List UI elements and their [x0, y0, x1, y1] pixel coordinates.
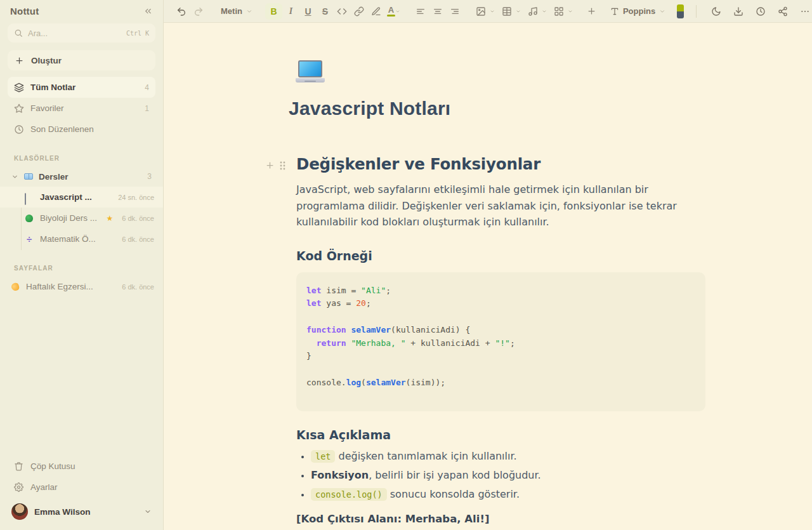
- chevron-down-icon: [568, 9, 573, 14]
- gear-icon: [14, 482, 23, 492]
- strikethrough-button[interactable]: S: [317, 3, 334, 20]
- chevron-down-icon: [542, 9, 547, 14]
- insert-media-button[interactable]: [525, 3, 542, 20]
- moon-icon: [711, 6, 721, 17]
- search-input[interactable]: [28, 29, 121, 38]
- link-button[interactable]: [351, 3, 368, 20]
- note-label: Biyoloji Ders ...: [40, 213, 97, 223]
- trash-icon: [14, 461, 23, 471]
- list-item[interactable]: console.log() sonucu konsolda gösterir.: [311, 488, 705, 501]
- sidebar-collapse-button[interactable]: [143, 6, 153, 16]
- download-button[interactable]: [730, 3, 747, 20]
- align-left-button[interactable]: [412, 3, 429, 20]
- note-time: 6 dk. önce: [122, 235, 154, 243]
- editor-content: Javascript Notları Değişkenler ve Fonksi…: [164, 23, 812, 530]
- underline-label: U: [304, 6, 311, 17]
- pages-section-label: SAYFALAR: [14, 265, 149, 272]
- code-output-placeholder[interactable]: [Kod Çıktısı Alanı: Merhaba, Ali!]: [296, 513, 705, 525]
- add-block-gutter-button[interactable]: [265, 161, 275, 170]
- section-heading[interactable]: Değişkenler ve Fonksiyonlar: [296, 155, 705, 173]
- page-time: 6 dk. önce: [122, 283, 154, 291]
- flex-arm-emoji-icon: [10, 282, 20, 291]
- list-item-text: , belirli bir işi yapan kod bloğudur.: [369, 469, 541, 481]
- nav-label: Favoriler: [30, 103, 64, 113]
- align-right-button[interactable]: [447, 3, 464, 20]
- note-item-javascript[interactable]: Javascript ... 24 sn. önce: [0, 187, 163, 208]
- paragraph[interactable]: JavaScript, web sayfalarını etkileşimli …: [296, 182, 705, 230]
- open-book-emoji-icon: [23, 172, 34, 181]
- undo-icon: [176, 6, 187, 17]
- settings-label: Ayarlar: [30, 482, 58, 492]
- insert-table-control[interactable]: [499, 3, 521, 20]
- nav-count: 1: [145, 104, 149, 113]
- chevron-down-icon: [659, 8, 665, 15]
- trash-label: Çöp Kutusu: [30, 461, 75, 471]
- favorite-star-icon: ★: [106, 215, 113, 222]
- link-icon: [354, 6, 364, 17]
- note-title[interactable]: Javascript Notları: [289, 98, 705, 119]
- share-button[interactable]: [775, 3, 791, 20]
- align-center-icon: [433, 6, 443, 17]
- dark-mode-button[interactable]: [708, 3, 724, 20]
- user-name: Emma Wilson: [34, 507, 90, 517]
- history-button[interactable]: [752, 3, 769, 20]
- plus-icon: [265, 161, 275, 170]
- chevron-down-icon: [11, 173, 18, 180]
- more-options-button[interactable]: [797, 3, 812, 20]
- code-heading[interactable]: Kod Örneği: [296, 249, 705, 263]
- sidebar-item-trash[interactable]: Çöp Kutusu: [8, 456, 155, 477]
- add-block-button[interactable]: [583, 3, 600, 20]
- insert-image-control[interactable]: [473, 3, 495, 20]
- code-block[interactable]: let isim = "Ali";let yas = 20; function …: [296, 272, 705, 411]
- create-button[interactable]: Oluştur: [8, 50, 155, 70]
- folder-item-dersler[interactable]: Dersler 3: [8, 166, 155, 187]
- redo-button[interactable]: [190, 3, 207, 20]
- list-item[interactable]: let değişken tanımlamak için kullanılır.: [311, 450, 705, 463]
- insert-blocks-button[interactable]: [551, 3, 568, 20]
- text-color-button[interactable]: A: [385, 3, 402, 20]
- chevron-down-icon: [395, 9, 400, 14]
- summary-heading[interactable]: Kısa Açıklama: [296, 428, 705, 442]
- bold-button[interactable]: B: [265, 3, 282, 20]
- chevron-down-icon: [516, 9, 521, 14]
- user-menu[interactable]: Emma Wilson: [8, 498, 155, 530]
- laptop-emoji-icon[interactable]: [295, 60, 325, 83]
- note-item-matematik[interactable]: ÷ Matematik Ö... 6 dk. önce: [0, 229, 163, 249]
- italic-button[interactable]: I: [282, 3, 299, 20]
- page-item-haftalik[interactable]: Haftalık Egzersi... 6 dk. önce: [0, 276, 163, 297]
- sidebar-item-settings[interactable]: Ayarlar: [8, 477, 155, 498]
- block-type-dropdown[interactable]: Metin: [221, 6, 252, 16]
- nav-label: Tüm Notlar: [30, 83, 75, 92]
- toolbar-divider: [696, 5, 697, 18]
- search-shortcut: Ctrl K: [126, 30, 149, 37]
- type-icon: [610, 7, 619, 16]
- note-time: 6 dk. önce: [122, 215, 154, 222]
- theme-color-swatch[interactable]: [677, 4, 684, 18]
- search-box[interactable]: Ctrl K: [8, 23, 155, 43]
- font-dropdown[interactable]: Poppins: [610, 6, 665, 16]
- undo-button[interactable]: [173, 3, 190, 20]
- note-item-biyoloji[interactable]: Biyoloji Ders ... ★ 6 dk. önce: [0, 208, 163, 229]
- app-window: Nottut Ctrl K Oluştur Tüm Notlar 4 Favor…: [0, 0, 812, 530]
- editor-toolbar: Metin B I U S A: [164, 0, 812, 23]
- nav-count: 4: [145, 83, 149, 92]
- redo-icon: [193, 6, 204, 17]
- insert-media-control[interactable]: [525, 3, 547, 20]
- underline-button[interactable]: U: [299, 3, 317, 20]
- sidebar-item-recent[interactable]: Son Düzenlenen: [8, 119, 155, 140]
- insert-image-button[interactable]: [473, 3, 490, 20]
- bold-label: B: [270, 6, 277, 17]
- insert-table-button[interactable]: [499, 3, 516, 20]
- drag-handle-icon[interactable]: [279, 161, 286, 170]
- align-center-button[interactable]: [429, 3, 447, 20]
- sidebar-item-favorites[interactable]: Favoriler 1: [8, 98, 155, 119]
- note-label: Matematik Ö...: [40, 234, 96, 244]
- chevrons-left-icon: [143, 6, 153, 16]
- inline-code-button[interactable]: [334, 3, 351, 20]
- insert-blocks-control[interactable]: [551, 3, 573, 20]
- highlight-button[interactable]: [368, 3, 385, 20]
- main-area: Metin B I U S A: [164, 0, 812, 530]
- sidebar: Nottut Ctrl K Oluştur Tüm Notlar 4 Favor…: [0, 0, 164, 530]
- sidebar-item-all-notes[interactable]: Tüm Notlar 4: [8, 77, 155, 98]
- list-item[interactable]: Fonksiyon, belirli bir işi yapan kod blo…: [311, 469, 705, 482]
